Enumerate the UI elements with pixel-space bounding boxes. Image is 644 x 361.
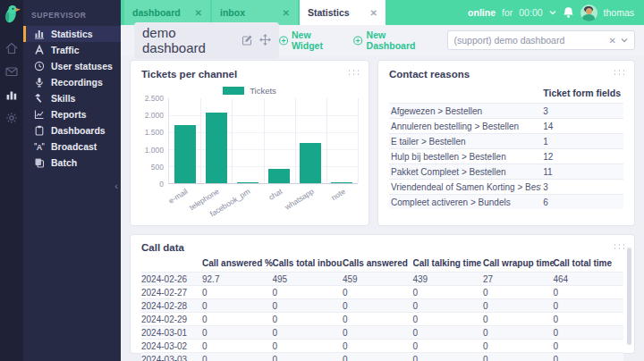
- table-row[interactable]: E tailer > Bestellen1: [389, 134, 623, 149]
- value-cell: 464: [554, 273, 624, 286]
- sidebar-item-label: Statistics: [51, 29, 93, 39]
- sidebar-item-broadcast[interactable]: A Broadcast: [23, 139, 121, 155]
- gear-icon[interactable]: [4, 111, 19, 125]
- drag-handle-icon[interactable]: [613, 243, 624, 249]
- tab-inbox[interactable]: inbox ✕: [212, 0, 298, 25]
- move-icon[interactable]: [259, 34, 271, 46]
- table-row[interactable]: Pakket Compleet > Bestellen11: [389, 164, 623, 180]
- tab-statistics[interactable]: Statistics ✕: [300, 0, 386, 25]
- icon-rail: [0, 0, 23, 361]
- value-cell: 0: [202, 353, 273, 361]
- sidebar-item-recordings[interactable]: Recordings: [23, 74, 121, 90]
- value-cell: 0: [413, 326, 484, 340]
- sidebar-item-reports[interactable]: Reports: [23, 106, 121, 122]
- value-cell: 0: [413, 286, 484, 299]
- close-icon[interactable]: ✕: [283, 8, 290, 18]
- column-header: Call talking time: [413, 256, 484, 273]
- date-cell: 2024-02-28: [141, 299, 202, 313]
- sidebar-item-skills[interactable]: Skills: [23, 90, 121, 106]
- clear-icon[interactable]: ✕: [609, 36, 616, 46]
- chevron-down-icon[interactable]: [621, 37, 628, 44]
- traffic-icon: [34, 45, 45, 55]
- contact-reason-value: 3: [541, 104, 623, 119]
- table-row[interactable]: Vriendendeal of Samen Korting > Bestelle…: [389, 180, 623, 195]
- drag-handle-icon[interactable]: [347, 69, 359, 75]
- table-row[interactable]: 2024-03-02000000: [141, 340, 623, 353]
- bar-chat[interactable]: [268, 169, 290, 183]
- bar-telephone[interactable]: [206, 113, 227, 183]
- drag-handle-icon[interactable]: [613, 69, 624, 75]
- table-row[interactable]: 2024-03-03000000: [141, 353, 623, 361]
- sidebar-item-batch[interactable]: Batch: [23, 155, 121, 171]
- close-icon[interactable]: ✕: [195, 8, 202, 18]
- statistics-rail-icon[interactable]: [4, 88, 19, 102]
- table-row[interactable]: 2024-03-01000000: [141, 326, 623, 340]
- sidebar-item-traffic[interactable]: Traffic: [23, 42, 121, 58]
- section-label: SUPERVISOR: [23, 7, 121, 26]
- page-title: demo dashboard: [142, 25, 235, 55]
- bar-facebook_pm[interactable]: [237, 182, 258, 183]
- value-cell: 27: [483, 273, 554, 286]
- table-row[interactable]: 2024-02-29000000: [141, 313, 623, 326]
- sidebar-item-dashboards[interactable]: Dashboards: [23, 122, 121, 139]
- value-cell: 0: [554, 313, 624, 326]
- tab-label: Statistics: [308, 7, 350, 18]
- scrollbar-thumb[interactable]: [627, 248, 631, 345]
- bar-whatsapp[interactable]: [300, 143, 321, 183]
- sidebar: SUPERVISOR Statistics Traffic User statu…: [0, 0, 121, 361]
- value-cell: 0: [343, 340, 413, 353]
- chevron-down-icon[interactable]: [549, 9, 556, 16]
- value-cell: 0: [202, 326, 273, 340]
- contact-reason-value: 3: [541, 180, 623, 195]
- contact-reason-value: 12: [541, 149, 623, 164]
- topbar: dashboard ✕ inbox ✕ Statistics ✕ online …: [121, 0, 644, 25]
- value-cell: 0: [202, 313, 273, 326]
- table-row[interactable]: Hulp bij bestellen > Bestellen12: [389, 149, 623, 164]
- column-header: Calls answered: [343, 256, 413, 273]
- x-tick-label: whatsapp: [283, 187, 315, 212]
- tab-dashboard[interactable]: dashboard ✕: [124, 0, 210, 25]
- new-dashboard-button[interactable]: New Dashboard: [353, 29, 432, 51]
- y-tick-label: 500: [151, 163, 164, 172]
- column-header-date: [141, 256, 202, 273]
- avatar[interactable]: [580, 4, 597, 21]
- sidebar-collapse-chevron[interactable]: ‹: [114, 181, 118, 191]
- bar-e-mail[interactable]: [174, 125, 196, 183]
- edit-icon[interactable]: [242, 34, 253, 46]
- table-row[interactable]: Afgewezen > Bestellen3: [389, 104, 623, 119]
- mail-icon[interactable]: [4, 64, 19, 79]
- gridline: [295, 98, 296, 183]
- table-row[interactable]: 2024-02-28000000: [141, 299, 623, 313]
- bar-note[interactable]: [331, 182, 352, 183]
- clipboard-icon: [34, 125, 45, 136]
- svg-text:A: A: [37, 143, 43, 152]
- x-axis-labels: e-mailtelephonefacebook_pmchatwhatsappno…: [168, 184, 358, 207]
- header-actions: New Widget New Dashboard (support) demo …: [279, 29, 635, 51]
- sidebar-item-statistics[interactable]: Statistics: [23, 26, 121, 42]
- home-icon[interactable]: [4, 41, 19, 55]
- copy-icon: [34, 157, 45, 168]
- table-row[interactable]: Compleet activeren > Bundels6: [389, 195, 623, 210]
- gridline: [358, 98, 359, 183]
- date-cell: 2024-03-01: [141, 326, 202, 340]
- date-cell: 2024-02-27: [141, 286, 202, 299]
- column-header: Calls total inbound: [273, 256, 343, 273]
- dashboard-select[interactable]: (support) demo dashboard ✕: [447, 30, 635, 50]
- value-cell: 0: [554, 299, 624, 313]
- sidebar-item-user-statuses[interactable]: User statuses: [23, 58, 121, 74]
- table-row[interactable]: Annuleren bestelling > Bestellen14: [389, 119, 623, 134]
- line-chart-icon: [34, 109, 45, 120]
- contact-reason-value: 11: [541, 164, 623, 180]
- presence-status[interactable]: online for 00:00 thomas: [468, 0, 644, 25]
- presence-state: online: [468, 7, 496, 18]
- widget-call-data: Call data Call answered %Calls total inb…: [130, 234, 635, 354]
- value-cell: 0: [554, 340, 624, 353]
- new-widget-button[interactable]: New Widget: [279, 29, 342, 51]
- bell-icon[interactable]: [563, 6, 574, 19]
- value-cell: 0: [483, 353, 554, 361]
- y-axis: 2.5002.0001.5001.0005000: [141, 98, 168, 184]
- close-icon[interactable]: ✕: [370, 8, 377, 18]
- table-row[interactable]: 2024-02-2692.749545943927464: [141, 273, 623, 286]
- table-row[interactable]: 2024-02-27000000: [141, 286, 623, 299]
- contact-reason-label: Compleet activeren > Bundels: [389, 195, 541, 210]
